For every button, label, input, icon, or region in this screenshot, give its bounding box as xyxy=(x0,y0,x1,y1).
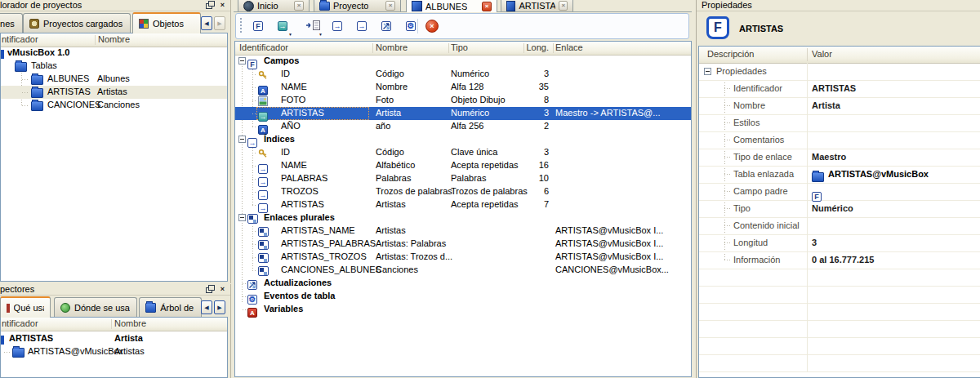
collapse-icon[interactable] xyxy=(238,136,246,143)
property-row-empty xyxy=(699,303,980,321)
property-row-comentarios[interactable]: Comentarios xyxy=(699,131,980,149)
tab-scroll-right-icon[interactable]: ▶ xyxy=(214,16,225,30)
editor-row-id[interactable]: IDCódigoNumérico3 xyxy=(235,68,691,81)
tab-proyectos-cargados[interactable]: Proyectos cargados xyxy=(23,13,131,33)
editor-tab-inicio[interactable]: Inicio× xyxy=(238,0,310,11)
column-header-nombre[interactable]: Nombre xyxy=(376,42,408,52)
close-panel-icon[interactable]: × xyxy=(217,1,228,10)
column-header-identificador[interactable]: ntificador xyxy=(2,34,38,44)
tab-label: Inicio xyxy=(257,1,278,11)
editor-group-actualizaciones[interactable]: Actualizaciones xyxy=(235,277,691,290)
cell-long: 10 xyxy=(497,172,549,185)
collapse-icon[interactable] xyxy=(704,68,711,75)
editor-group-campos[interactable]: FCampos xyxy=(235,55,691,68)
column-header-identificador[interactable]: ntificador xyxy=(2,318,38,328)
cell-identificador: PALABRAS xyxy=(281,172,327,185)
float-panel-icon[interactable] xyxy=(203,1,214,10)
close-tab-icon[interactable]: × xyxy=(559,1,568,11)
cell-nombre: Código xyxy=(376,146,404,159)
property-row-campo-padre[interactable]: Campo padreF xyxy=(699,183,980,201)
toolbar-drag-handle[interactable] xyxy=(240,18,242,34)
editor-row-id[interactable]: IDCódigoClave única3 xyxy=(235,146,691,159)
editor-row-name[interactable]: →NAMEAlfabéticoAcepta repetidas16 xyxy=(235,159,691,172)
property-row-nombre[interactable]: NombreArtista xyxy=(699,97,980,115)
close-tab-icon[interactable]: × xyxy=(385,1,395,11)
editor-row-artistas-name[interactable]: ARTISTAS_NAMEArtistasARTISTAS@vMusicBox … xyxy=(235,225,691,238)
editor-row-canciones-albunes[interactable]: CANCIONES_ALBUNESCancionesCANCIONES@vMus… xyxy=(235,264,691,277)
editor-group-enlaces-plurales[interactable]: Enlaces plurales xyxy=(235,211,691,225)
new-master-link-icon-button[interactable]: →▼ xyxy=(273,16,292,36)
editor-row-a-o[interactable]: AAÑOañoAlfa 2562 xyxy=(235,120,691,133)
column-header-nombre[interactable]: Nombre xyxy=(98,34,130,44)
property-row-tabla-enlazada[interactable]: Tabla enlazadaARTISTAS@vMusicBox xyxy=(699,166,980,184)
editor-row-trozos[interactable]: →TROZOSTrozos de palabrasTrozos de palab… xyxy=(235,185,691,198)
tree-row-tablas[interactable]: Tablas xyxy=(1,60,227,73)
column-header-descripcion[interactable]: Descripción xyxy=(707,49,754,59)
cell-long: 2 xyxy=(497,120,549,133)
property-row-informaci-n[interactable]: Información0 al 16.777.215 xyxy=(699,251,980,269)
editor-tab-proyecto[interactable]: Proyecto× xyxy=(314,0,401,11)
inspector-row-artistas-vmusicbox[interactable]: ARTISTAS@vMusicBoxArtistas xyxy=(1,345,227,358)
index-icon-button[interactable]: → xyxy=(327,16,347,36)
tree-row-albunes[interactable]: ALBUNESAlbunes xyxy=(1,73,227,86)
tree-row-artistas[interactable]: ARTISTASArtistas xyxy=(1,86,227,99)
tab-ones[interactable]: ones xyxy=(0,13,23,33)
editor-row-artistas[interactable]: →ARTISTASArtistaNumérico3Maestro -> ARTI… xyxy=(235,107,691,120)
tab-rbol-de-c[interactable]: Árbol de c xyxy=(139,297,202,317)
inspector-titlebar: pectores × xyxy=(0,284,230,296)
tab-d-nde-se-usa[interactable]: Dónde se usa xyxy=(54,297,137,317)
tab-qu-usa[interactable]: Qué usa xyxy=(0,296,51,318)
property-row-tipo-de-enlace[interactable]: Tipo de enlaceMaestro xyxy=(699,149,980,167)
property-row-estilos[interactable]: Estilos xyxy=(699,114,980,132)
editor-row-name[interactable]: ANAMENombreAlfa 12835 xyxy=(235,81,691,94)
tab-scroll-right-icon[interactable]: ▶ xyxy=(214,300,225,314)
editor-group-ndices[interactable]: →Índices xyxy=(235,133,691,146)
column-header-enlace[interactable]: Enlace xyxy=(555,42,583,52)
tree-row-canciones[interactable]: CANCIONESCanciones xyxy=(1,99,227,112)
editor-row-artistas[interactable]: →ARTISTASArtistasAcepta repetidas7 xyxy=(235,198,691,211)
property-row-longitud[interactable]: Longitud3 xyxy=(699,234,980,252)
editor-column-header: Identificador Nombre Tipo Long. Enlace xyxy=(235,42,691,56)
editor-row-foto[interactable]: FOTOFotoObjeto Dibujo8 xyxy=(235,94,691,107)
editor-group-eventos-de-tabla[interactable]: ⚙Eventos de tabla xyxy=(235,290,691,303)
property-group-row[interactable]: Propiedades xyxy=(699,63,980,81)
float-panel-icon[interactable] xyxy=(203,285,214,294)
tree-row-vmusicbox-1-0[interactable]: vMusicBox 1.0 xyxy=(1,47,227,60)
close-panel-icon[interactable]: × xyxy=(217,285,228,294)
collapse-icon[interactable] xyxy=(238,214,246,221)
editor-tab-albunes[interactable]: ALBUNES× xyxy=(406,0,497,12)
property-row-contenido-inicial[interactable]: Contenido inicial xyxy=(699,217,980,235)
property-value: ARTISTAS xyxy=(812,80,856,97)
editor-row-palabras[interactable]: →PALABRASPalabrasPalabras10 xyxy=(235,172,691,185)
column-header-identificador[interactable]: Identificador xyxy=(239,42,288,52)
column-header-tipo[interactable]: Tipo xyxy=(451,42,468,52)
close-tab-icon[interactable]: × xyxy=(294,1,304,11)
column-header-long[interactable]: Long. xyxy=(513,42,549,52)
delete-icon[interactable]: × xyxy=(425,20,439,33)
column-header-nombre[interactable]: Nombre xyxy=(114,318,146,328)
new-index-field-icon-button[interactable]: ▼ xyxy=(303,16,323,36)
editor-table-rows: FCamposIDCódigoNumérico3ANAMENombreAlfa … xyxy=(235,55,691,376)
editor-row-artistas-trozos[interactable]: ARTISTAS_TROZOSArtistas: Trozos d...ARTI… xyxy=(235,251,691,264)
tree-row-id: vMusicBox 1.0 xyxy=(7,47,69,60)
editor-tab-artistas[interactable]: ARTISTAS× xyxy=(501,0,573,11)
collapse-icon[interactable] xyxy=(238,57,246,64)
folder-icon xyxy=(31,75,43,85)
inspector-panel: pectores × Qué usaDónde se usaÁrbol de c… xyxy=(0,284,231,378)
close-tab-icon[interactable]: × xyxy=(482,2,492,11)
tab-scroll-left-icon[interactable]: ◀ xyxy=(201,16,212,30)
index-icon-button[interactable]: → xyxy=(352,16,372,36)
cell-identificador: NAME xyxy=(281,159,307,172)
property-label: Tabla enlazada xyxy=(733,166,794,183)
tab-objetos[interactable]: Objetos xyxy=(132,12,201,33)
editor-row-artistas-palabras[interactable]: ARTISTAS_PALABRASArtistas: PalabrasARTIS… xyxy=(235,238,691,251)
updates-icon-button[interactable] xyxy=(376,16,396,36)
property-row-tipo[interactable]: TipoNumérico xyxy=(699,200,980,218)
field-f-icon-button[interactable]: F xyxy=(248,16,268,36)
plural-link-icon xyxy=(258,227,269,237)
editor-group-variables[interactable]: AVariables xyxy=(235,303,691,316)
tab-scroll-left-icon[interactable]: ◀ xyxy=(201,300,212,314)
property-row-identificador[interactable]: IdentificadorARTISTAS xyxy=(699,80,980,98)
column-header-valor[interactable]: Valor xyxy=(812,49,832,59)
inspector-row-artistas[interactable]: ARTISTASArtista xyxy=(1,332,227,345)
